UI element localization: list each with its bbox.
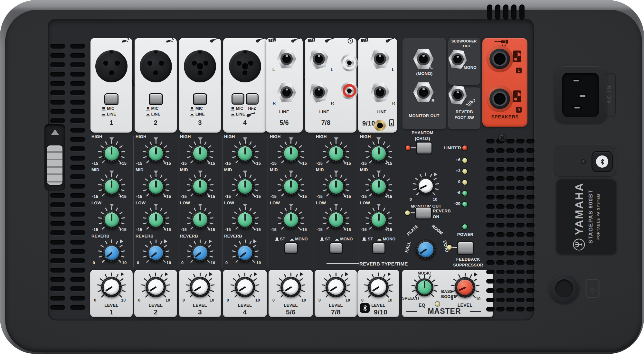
reverb-foot-sw-jack[interactable] [448, 85, 467, 105]
phantom-label-1: PHANTOM [406, 130, 439, 135]
ch1-input-jack[interactable] [95, 50, 128, 82]
ch9-10-line-label: LINE [372, 109, 391, 114]
vent-slot [70, 174, 85, 179]
vent-slot [503, 5, 508, 20]
vent-slot [506, 223, 515, 228]
feedback-label-2: SUPPRESSOR [451, 263, 485, 267]
ch9-10-line-l-jack[interactable] [370, 49, 390, 69]
ch1-low-label: LOW [91, 200, 101, 205]
ch2-mid-label: MID [136, 167, 144, 172]
ch5-6-number: 5/6 [266, 119, 303, 126]
ch9-10-high-min: -15 [361, 161, 367, 166]
ch2-reverb-max: 10 [166, 261, 171, 265]
ch4-mid-label: MID [224, 167, 232, 172]
ch4-mic-line-switch[interactable] [232, 94, 243, 104]
ch4-input-jack[interactable] [229, 50, 261, 82]
ch3-level-min: 0 [183, 298, 185, 303]
ch1-number: 1 [90, 119, 132, 126]
ch7-8-line-r-jack[interactable] [309, 82, 329, 102]
ch4-reverb-knob[interactable] [231, 239, 259, 267]
speaker-r-jack[interactable] [486, 85, 513, 112]
ch2-input-jack[interactable] [140, 50, 172, 82]
ch1-mic-line-switch[interactable] [105, 94, 118, 104]
ch5-6-line-l-jack[interactable] [277, 49, 297, 69]
bluetooth-pairing-button[interactable] [592, 152, 612, 171]
ch3-mic-line-switch[interactable] [194, 94, 206, 104]
vent-slot [506, 288, 515, 293]
knob-position-marker-icon [334, 204, 338, 207]
vent-slot [50, 268, 65, 273]
mic-source-icon [121, 37, 130, 45]
ch3-reverb-knob[interactable] [186, 239, 214, 267]
vent-slot [70, 286, 85, 291]
knob-position-marker-icon [109, 204, 114, 207]
ch5-6-line-r-jack[interactable] [277, 82, 297, 102]
ch9-10-st-mono-legend: STMONO [358, 237, 399, 241]
feedback-suppressor-switch[interactable] [458, 242, 473, 254]
mixer-release-latch[interactable] [47, 145, 62, 185]
monitor-out-l-jack[interactable] [413, 48, 434, 70]
phantom-switch[interactable] [417, 143, 431, 154]
ch2-level-label: LEVEL [134, 303, 177, 308]
limiter-led [462, 145, 467, 150]
ch9-10-high-max: +15 [385, 161, 392, 166]
ch9-10-mini-jack[interactable] [374, 120, 386, 131]
ch5-6-st-mono-switch[interactable] [285, 243, 297, 253]
ch3-strip: MICLINE3HIGH-15+15MID-15+15LOW-15+15REVE… [178, 37, 222, 319]
vent-slot [486, 223, 495, 228]
ch7-8-r-label: R [331, 101, 334, 106]
vent-slot [486, 195, 495, 200]
ch4-line-legend: LINE [230, 112, 245, 116]
vent-slot [526, 148, 535, 153]
monitor-out-r-jack[interactable] [413, 82, 434, 103]
ch3-mid-label: MID [180, 167, 188, 172]
vent-slot [496, 251, 505, 256]
ch2-mic-line-switch[interactable] [150, 94, 162, 104]
ch4-hi-z-switch[interactable] [247, 94, 258, 104]
brand-model: STAGEPAS 600BT [588, 190, 594, 244]
vent-slot [496, 158, 505, 162]
master-level-knob[interactable] [450, 272, 480, 303]
ch3-level-number: 3 [179, 308, 221, 316]
ch9-10-mid-label: MID [360, 167, 368, 172]
ch9-10-st-mono-switch[interactable] [373, 243, 384, 253]
ch7-8-line-l-jack[interactable] [309, 49, 329, 69]
ch5-6-mid-label: MID [270, 167, 278, 172]
vent-slot [70, 44, 85, 49]
ch7-8-low-min: -15 [317, 228, 323, 232]
master-eq-knob[interactable] [411, 274, 438, 301]
monitor-out-knob[interactable] [412, 172, 440, 200]
subwoofer-out-jack[interactable] [448, 50, 467, 69]
speaker-box-r-icon [513, 90, 522, 104]
vent-slot [496, 298, 505, 302]
ch1-reverb-knob[interactable] [98, 239, 126, 267]
ch3-high-max: +15 [208, 161, 215, 166]
guitar-source-icon [325, 37, 334, 44]
ch3-high-label: HIGH [180, 134, 191, 139]
ch7-8-rca-l-jack[interactable] [341, 54, 358, 71]
ch3-input-jack[interactable] [184, 50, 216, 82]
vent-slot [496, 167, 505, 172]
knob-position-marker-icon [198, 137, 203, 141]
speaker-l-jack[interactable] [486, 45, 513, 72]
ch1-high-label: HIGH [91, 134, 102, 139]
ch7-8-st-mono-switch[interactable] [330, 243, 342, 253]
reverb-type-time-knob[interactable] [411, 234, 441, 265]
vent-slot [496, 232, 505, 237]
ch2-low-label: LOW [136, 200, 146, 205]
ch3-low-min: -15 [181, 228, 187, 232]
vent-slot [50, 286, 65, 291]
meter-led-+6 [462, 158, 467, 163]
ch1-high-min: -15 [92, 161, 98, 166]
ch7-8-rca-r-jack[interactable] [341, 82, 358, 99]
vent-slot [506, 204, 515, 209]
vent-slot [486, 158, 495, 162]
ac-pin [573, 106, 582, 109]
ch7-8-strip: LRLINE7/8HIGH-15+15MID-15+15LOW-15+15STM… [314, 37, 358, 319]
ch2-reverb-knob[interactable] [142, 239, 170, 267]
ch3-level-label: LEVEL [179, 303, 221, 308]
reverb-on-switch[interactable] [416, 208, 431, 219]
vent-slot [506, 167, 515, 172]
phantom-label-2: (CH1/2) [406, 136, 439, 141]
ch9-10-line-r-jack[interactable] [370, 82, 390, 102]
